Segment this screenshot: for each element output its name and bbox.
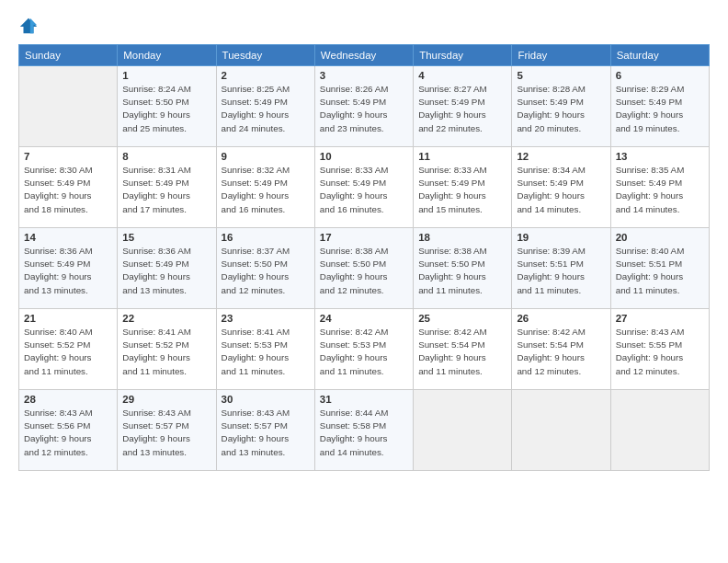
day-number: 24 (320, 313, 408, 324)
calendar-cell: 7Sunrise: 8:30 AMSunset: 5:49 PMDaylight… (19, 147, 118, 228)
day-header-monday: Monday (118, 45, 216, 66)
calendar-week-3: 14Sunrise: 8:36 AMSunset: 5:49 PMDayligh… (19, 228, 710, 309)
day-header-wednesday: Wednesday (314, 45, 413, 66)
day-number: 22 (122, 313, 210, 324)
calendar-cell: 28Sunrise: 8:43 AMSunset: 5:56 PMDayligh… (19, 390, 118, 471)
calendar-week-5: 28Sunrise: 8:43 AMSunset: 5:56 PMDayligh… (19, 390, 710, 471)
calendar-cell: 24Sunrise: 8:42 AMSunset: 5:53 PMDayligh… (314, 309, 413, 390)
day-number: 27 (616, 313, 704, 324)
calendar-cell: 17Sunrise: 8:38 AMSunset: 5:50 PMDayligh… (314, 228, 413, 309)
day-number: 31 (320, 394, 408, 405)
calendar-header: SundayMondayTuesdayWednesdayThursdayFrid… (19, 45, 710, 66)
day-number: 25 (418, 313, 506, 324)
day-number: 12 (517, 151, 605, 162)
day-info: Sunrise: 8:36 AMSunset: 5:49 PMDaylight:… (122, 245, 210, 297)
day-number: 21 (24, 313, 112, 324)
calendar-cell: 13Sunrise: 8:35 AMSunset: 5:49 PMDayligh… (610, 147, 709, 228)
day-number: 10 (320, 151, 408, 162)
day-info: Sunrise: 8:29 AMSunset: 5:49 PMDaylight:… (616, 83, 704, 135)
calendar-cell: 26Sunrise: 8:42 AMSunset: 5:54 PMDayligh… (512, 309, 610, 390)
day-number: 23 (222, 313, 310, 324)
day-info: Sunrise: 8:35 AMSunset: 5:49 PMDaylight:… (616, 164, 704, 216)
calendar-cell: 2Sunrise: 8:25 AMSunset: 5:49 PMDaylight… (216, 66, 314, 147)
day-info: Sunrise: 8:38 AMSunset: 5:50 PMDaylight:… (418, 245, 506, 297)
calendar-cell: 1Sunrise: 8:24 AMSunset: 5:50 PMDaylight… (118, 66, 216, 147)
day-info: Sunrise: 8:32 AMSunset: 5:49 PMDaylight:… (222, 164, 310, 216)
day-info: Sunrise: 8:33 AMSunset: 5:49 PMDaylight:… (418, 164, 506, 216)
day-number: 18 (418, 232, 506, 243)
day-number: 7 (24, 151, 112, 162)
calendar-cell: 16Sunrise: 8:37 AMSunset: 5:50 PMDayligh… (216, 228, 314, 309)
calendar-cell: 14Sunrise: 8:36 AMSunset: 5:49 PMDayligh… (19, 228, 118, 309)
day-header-tuesday: Tuesday (216, 45, 314, 66)
day-info: Sunrise: 8:38 AMSunset: 5:50 PMDaylight:… (320, 245, 408, 297)
logo-icon (18, 17, 39, 37)
day-info: Sunrise: 8:36 AMSunset: 5:49 PMDaylight:… (24, 245, 112, 297)
svg-marker-0 (20, 18, 37, 34)
calendar-cell: 27Sunrise: 8:43 AMSunset: 5:55 PMDayligh… (610, 309, 709, 390)
day-info: Sunrise: 8:40 AMSunset: 5:52 PMDaylight:… (24, 326, 112, 378)
calendar-cell: 10Sunrise: 8:33 AMSunset: 5:49 PMDayligh… (314, 147, 413, 228)
day-number: 2 (222, 70, 310, 81)
day-number: 30 (222, 394, 310, 405)
day-info: Sunrise: 8:43 AMSunset: 5:56 PMDaylight:… (24, 407, 112, 459)
day-number: 20 (616, 232, 704, 243)
calendar-cell: 23Sunrise: 8:41 AMSunset: 5:53 PMDayligh… (216, 309, 314, 390)
day-number: 3 (320, 70, 408, 81)
day-number: 29 (122, 394, 210, 405)
calendar-cell: 5Sunrise: 8:28 AMSunset: 5:49 PMDaylight… (512, 66, 610, 147)
calendar-cell: 22Sunrise: 8:41 AMSunset: 5:52 PMDayligh… (118, 309, 216, 390)
day-number: 15 (122, 232, 210, 243)
day-info: Sunrise: 8:40 AMSunset: 5:51 PMDaylight:… (616, 245, 704, 297)
calendar-cell: 12Sunrise: 8:34 AMSunset: 5:49 PMDayligh… (512, 147, 610, 228)
day-header-saturday: Saturday (610, 45, 709, 66)
calendar-cell: 9Sunrise: 8:32 AMSunset: 5:49 PMDaylight… (216, 147, 314, 228)
day-info: Sunrise: 8:30 AMSunset: 5:49 PMDaylight:… (24, 164, 112, 216)
calendar-cell: 15Sunrise: 8:36 AMSunset: 5:49 PMDayligh… (118, 228, 216, 309)
calendar-cell: 4Sunrise: 8:27 AMSunset: 5:49 PMDaylight… (414, 66, 512, 147)
day-number: 5 (517, 70, 605, 81)
calendar-cell (512, 390, 610, 471)
day-info: Sunrise: 8:44 AMSunset: 5:58 PMDaylight:… (320, 407, 408, 459)
calendar-cell: 30Sunrise: 8:43 AMSunset: 5:57 PMDayligh… (216, 390, 314, 471)
calendar-cell: 8Sunrise: 8:31 AMSunset: 5:49 PMDaylight… (118, 147, 216, 228)
day-info: Sunrise: 8:24 AMSunset: 5:50 PMDaylight:… (122, 83, 210, 135)
day-number: 9 (222, 151, 310, 162)
day-info: Sunrise: 8:27 AMSunset: 5:49 PMDaylight:… (418, 83, 506, 135)
day-number: 13 (616, 151, 704, 162)
day-header-thursday: Thursday (414, 45, 512, 66)
calendar-cell (610, 390, 709, 471)
calendar-cell: 20Sunrise: 8:40 AMSunset: 5:51 PMDayligh… (610, 228, 709, 309)
calendar-cell: 11Sunrise: 8:33 AMSunset: 5:49 PMDayligh… (414, 147, 512, 228)
calendar-cell (414, 390, 512, 471)
calendar-body: 1Sunrise: 8:24 AMSunset: 5:50 PMDaylight… (19, 66, 710, 471)
day-number: 14 (24, 232, 112, 243)
day-number: 28 (24, 394, 112, 405)
calendar-cell: 19Sunrise: 8:39 AMSunset: 5:51 PMDayligh… (512, 228, 610, 309)
day-number: 19 (517, 232, 605, 243)
day-info: Sunrise: 8:43 AMSunset: 5:57 PMDaylight:… (122, 407, 210, 459)
day-info: Sunrise: 8:42 AMSunset: 5:54 PMDaylight:… (418, 326, 506, 378)
page: SundayMondayTuesdayWednesdayThursdayFrid… (0, 0, 728, 563)
calendar-week-1: 1Sunrise: 8:24 AMSunset: 5:50 PMDaylight… (19, 66, 710, 147)
day-info: Sunrise: 8:42 AMSunset: 5:54 PMDaylight:… (517, 326, 605, 378)
day-info: Sunrise: 8:28 AMSunset: 5:49 PMDaylight:… (517, 83, 605, 135)
day-info: Sunrise: 8:26 AMSunset: 5:49 PMDaylight:… (320, 83, 408, 135)
calendar-cell: 3Sunrise: 8:26 AMSunset: 5:49 PMDaylight… (314, 66, 413, 147)
calendar-week-4: 21Sunrise: 8:40 AMSunset: 5:52 PMDayligh… (19, 309, 710, 390)
header (18, 17, 710, 37)
day-info: Sunrise: 8:41 AMSunset: 5:53 PMDaylight:… (222, 326, 310, 378)
calendar-cell: 29Sunrise: 8:43 AMSunset: 5:57 PMDayligh… (118, 390, 216, 471)
calendar-cell: 25Sunrise: 8:42 AMSunset: 5:54 PMDayligh… (414, 309, 512, 390)
day-number: 26 (517, 313, 605, 324)
day-number: 8 (122, 151, 210, 162)
calendar-cell: 6Sunrise: 8:29 AMSunset: 5:49 PMDaylight… (610, 66, 709, 147)
calendar-table: SundayMondayTuesdayWednesdayThursdayFrid… (18, 44, 710, 471)
calendar-cell: 21Sunrise: 8:40 AMSunset: 5:52 PMDayligh… (19, 309, 118, 390)
day-number: 1 (122, 70, 210, 81)
days-header-row: SundayMondayTuesdayWednesdayThursdayFrid… (19, 45, 710, 66)
day-info: Sunrise: 8:33 AMSunset: 5:49 PMDaylight:… (320, 164, 408, 216)
calendar-week-2: 7Sunrise: 8:30 AMSunset: 5:49 PMDaylight… (19, 147, 710, 228)
logo (18, 17, 42, 37)
day-header-sunday: Sunday (19, 45, 118, 66)
